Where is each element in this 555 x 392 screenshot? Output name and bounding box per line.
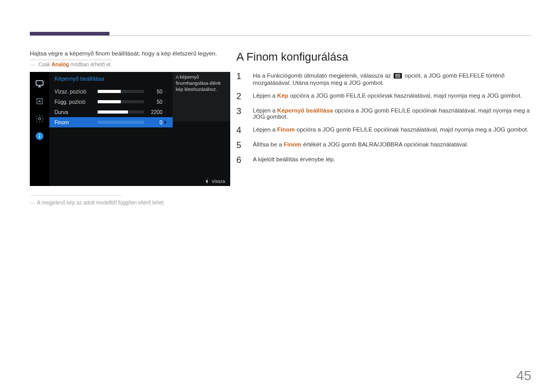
- svg-rect-5: [39, 136, 40, 138]
- step-bold: Kép: [277, 92, 288, 99]
- osd-row-label: Függ. pozíció: [54, 99, 96, 105]
- back-icon[interactable]: [203, 179, 208, 183]
- osd-slider[interactable]: [98, 110, 144, 114]
- step-text: Lépjen a Képernyő beállítása opcióra a J…: [253, 107, 531, 120]
- osd-footer: Vissza: [49, 177, 230, 186]
- step-bold: Finom: [284, 141, 302, 147]
- svg-point-2: [39, 101, 41, 102]
- step-number: 2: [236, 92, 248, 101]
- monitor-icon[interactable]: [33, 77, 46, 90]
- svg-point-3: [39, 118, 41, 120]
- osd-row-value: 2200: [146, 109, 162, 115]
- osd-description: A képernyő finomhangolása élénk kép létr…: [173, 72, 230, 121]
- page-number: 45: [516, 368, 531, 384]
- osd-slider[interactable]: [98, 121, 144, 124]
- osd-row-value: 50: [146, 89, 162, 95]
- step-text: A kijelölt beállítás érvénybe lép.: [253, 156, 531, 164]
- svg-rect-6: [39, 134, 40, 135]
- chevron-right-icon[interactable]: [164, 100, 169, 104]
- step-number: 1: [236, 72, 248, 86]
- chevron-right-icon[interactable]: [164, 120, 169, 124]
- header-rule: [30, 35, 531, 36]
- svg-rect-0: [36, 81, 43, 85]
- osd-slider[interactable]: [98, 90, 144, 93]
- accent-bar: [30, 32, 109, 35]
- step-number: 4: [236, 126, 248, 135]
- frame-icon[interactable]: [33, 95, 46, 108]
- osd-footer-label: Vissza: [212, 179, 225, 184]
- step-text: Lépjen a Kép opcióra a JOG gomb FEL/LE o…: [253, 92, 531, 101]
- analog-note: Csak Analóg módban érhető el.: [30, 60, 112, 67]
- chevron-right-icon[interactable]: [164, 89, 169, 94]
- osd-row[interactable]: Függ. pozíció50: [49, 97, 173, 107]
- info-icon[interactable]: [33, 129, 46, 143]
- osd-row-label: Durva: [54, 109, 96, 115]
- osd-sidebar: [30, 72, 49, 186]
- osd-row[interactable]: Durva2200: [49, 107, 173, 117]
- intro-block: Hajtsa végre a képernyő finom beállításá…: [30, 50, 225, 67]
- section-heading: A Finom konfigurálása: [236, 50, 531, 64]
- step-number: 5: [236, 141, 248, 150]
- gear-icon[interactable]: [33, 112, 46, 125]
- svg-rect-8: [395, 74, 401, 74]
- step-number: 6: [236, 156, 248, 164]
- step-text: Ha a Funkciógomb útmutató megjelenik, vá…: [253, 72, 531, 86]
- step-text: Lépjen a Finom opcióra a JOG gomb FEL/LE…: [253, 126, 531, 135]
- svg-rect-9: [395, 76, 401, 76]
- menu-icon: [394, 73, 402, 80]
- analog-bold: Analóg: [51, 62, 69, 67]
- step-bold: Képernyő beállítása: [277, 107, 333, 114]
- intro-text: Hajtsa végre a képernyő finom beállításá…: [30, 50, 225, 57]
- osd-panel: Képernyő beállítása A képernyő finomhang…: [30, 72, 230, 186]
- osd-row-label: Finom: [54, 120, 96, 125]
- osd-row[interactable]: Finom0: [49, 117, 173, 127]
- osd-list: Vízsz. pozíció50Függ. pozíció50Durva2200…: [49, 86, 173, 176]
- osd-row-value: 0: [146, 120, 162, 125]
- chevron-right-icon[interactable]: [164, 110, 169, 114]
- osd-slider[interactable]: [98, 100, 144, 103]
- model-note: A megjelenő kép az adott modelltől függő…: [30, 195, 225, 206]
- step-list: 1Ha a Funkciógomb útmutató megjelenik, v…: [236, 72, 531, 164]
- osd-row-value: 50: [146, 99, 162, 105]
- step-text: Állítsa be a Finom értékét a JOG gomb BA…: [253, 141, 531, 150]
- step-number: 3: [236, 107, 248, 120]
- osd-row[interactable]: Vízsz. pozíció50: [49, 86, 173, 97]
- step-bold: Finom: [277, 126, 295, 133]
- osd-row-label: Vízsz. pozíció: [54, 89, 96, 95]
- svg-rect-10: [395, 77, 401, 78]
